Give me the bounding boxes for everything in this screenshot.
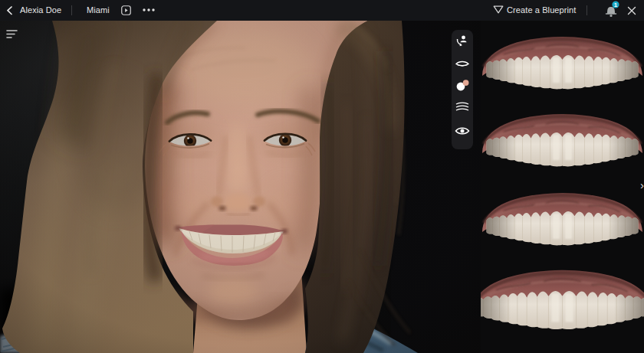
svg-text:1: 1 — [614, 2, 618, 8]
